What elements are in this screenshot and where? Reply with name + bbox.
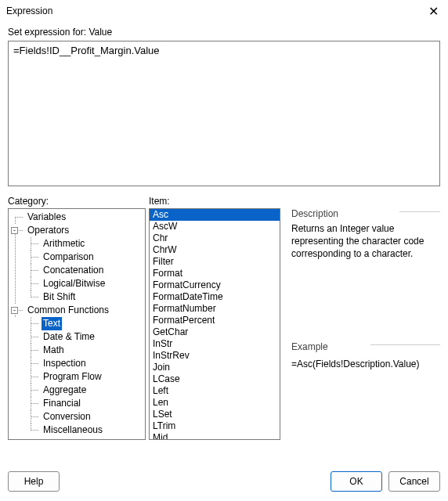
list-item[interactable]: Len bbox=[150, 397, 280, 409]
list-item[interactable]: Format bbox=[150, 268, 280, 279]
tree-node[interactable]: Inspection bbox=[31, 357, 145, 370]
list-item[interactable]: LCase bbox=[150, 373, 280, 385]
expression-input[interactable] bbox=[8, 41, 440, 186]
info-pane: Description Returns an Integer value rep… bbox=[291, 208, 440, 440]
tree-node-label[interactable]: Operators bbox=[26, 224, 70, 237]
list-item[interactable]: FormatNumber bbox=[150, 303, 280, 315]
tree-node-label[interactable]: Aggregate bbox=[42, 384, 88, 397]
tree-node[interactable]: Bit Shift bbox=[31, 290, 145, 304]
tree-node[interactable]: Text bbox=[31, 317, 145, 330]
list-item[interactable]: Asc bbox=[150, 209, 280, 221]
button-bar: Help OK Cancel bbox=[0, 463, 448, 501]
list-item[interactable]: Filter bbox=[150, 256, 280, 268]
tree-node-label[interactable]: Program Flow bbox=[42, 370, 103, 384]
content-area: Set expression for: Value Category: Item… bbox=[0, 22, 448, 463]
tree-node[interactable]: Comparison bbox=[31, 250, 145, 264]
tree-node-label[interactable]: Inspection bbox=[42, 357, 88, 370]
tree-node[interactable]: Financial bbox=[31, 397, 145, 410]
list-item[interactable]: LTrim bbox=[150, 420, 280, 432]
tree-node-label[interactable]: Date & Time bbox=[42, 330, 96, 344]
list-item[interactable]: Left bbox=[150, 385, 280, 397]
cancel-button[interactable]: Cancel bbox=[388, 471, 440, 492]
list-item[interactable]: AscW bbox=[150, 221, 280, 232]
item-label: Item: bbox=[149, 196, 170, 207]
list-item[interactable]: Join bbox=[150, 362, 280, 373]
list-item[interactable]: FormatDateTime bbox=[150, 291, 280, 303]
list-item[interactable]: LSet bbox=[150, 409, 280, 420]
list-item[interactable]: Mid bbox=[150, 432, 280, 440]
tree-node-label[interactable]: Text bbox=[42, 317, 62, 330]
tree-node[interactable]: Concatenation bbox=[31, 264, 145, 277]
set-expression-label: Set expression for: Value bbox=[8, 27, 440, 38]
tree-node-label[interactable]: Logical/Bitwise bbox=[42, 277, 107, 290]
list-item[interactable]: InStrRev bbox=[150, 350, 280, 362]
list-item[interactable]: ChrW bbox=[150, 244, 280, 256]
collapse-icon[interactable]: - bbox=[11, 307, 18, 314]
tree-node-label[interactable]: Miscellaneous bbox=[42, 424, 104, 437]
description-heading: Description bbox=[291, 208, 338, 222]
tree-node[interactable]: Program Flow bbox=[31, 370, 145, 384]
tree-node-label[interactable]: Arithmetic bbox=[42, 237, 86, 250]
tree-node-label[interactable]: Bit Shift bbox=[42, 290, 77, 304]
tree-node-label[interactable]: Concatenation bbox=[42, 264, 105, 277]
window-title: Expression bbox=[6, 5, 52, 16]
tree-node[interactable]: Date & Time bbox=[31, 330, 145, 344]
example-text: =Asc(Fields!Description.Value) bbox=[291, 355, 440, 369]
collapse-icon[interactable]: - bbox=[11, 227, 18, 234]
column-labels: Category: Item: bbox=[8, 196, 440, 207]
tree-node[interactable]: Logical/Bitwise bbox=[31, 277, 145, 290]
tree-node-label[interactable]: Common Functions bbox=[26, 304, 110, 317]
list-item[interactable]: FormatCurrency bbox=[150, 279, 280, 291]
tree-node[interactable]: Aggregate bbox=[31, 384, 145, 397]
ok-button[interactable]: OK bbox=[331, 471, 382, 492]
expression-dialog: Expression ✕ Set expression for: Value C… bbox=[0, 0, 448, 501]
category-label: Category: bbox=[8, 196, 149, 207]
tree-node[interactable]: Conversion bbox=[31, 410, 145, 424]
category-tree[interactable]: Variables-OperatorsArithmeticComparisonC… bbox=[8, 208, 146, 440]
list-item[interactable]: GetChar bbox=[150, 326, 280, 338]
list-item[interactable]: InStr bbox=[150, 338, 280, 350]
tree-node-variables[interactable]: Variables bbox=[15, 211, 145, 224]
help-button[interactable]: Help bbox=[8, 471, 60, 492]
tree-node[interactable]: Math bbox=[31, 344, 145, 357]
item-list[interactable]: AscAscWChrChrWFilterFormatFormatCurrency… bbox=[149, 208, 280, 440]
list-item[interactable]: FormatPercent bbox=[150, 315, 280, 326]
description-text: Returns an Integer value representing th… bbox=[291, 222, 440, 268]
tree-node[interactable]: Arithmetic bbox=[31, 237, 145, 250]
middle-panes: Variables-OperatorsArithmeticComparisonC… bbox=[8, 208, 440, 440]
tree-node[interactable]: Miscellaneous bbox=[31, 424, 145, 437]
list-item[interactable]: Chr bbox=[150, 232, 280, 244]
close-icon[interactable]: ✕ bbox=[425, 4, 442, 19]
set-expression-prefix: Set expression for: bbox=[8, 27, 89, 38]
tree-node-label[interactable]: Conversion bbox=[42, 410, 92, 424]
tree-node-label[interactable]: Math bbox=[42, 344, 66, 357]
tree-node-label[interactable]: Comparison bbox=[42, 250, 96, 264]
titlebar: Expression ✕ bbox=[0, 0, 448, 22]
example-heading: Example bbox=[291, 341, 328, 355]
set-expression-target: Value bbox=[89, 27, 112, 38]
tree-node-label[interactable]: Financial bbox=[42, 397, 82, 410]
tree-node[interactable]: -OperatorsArithmeticComparisonConcatenat… bbox=[15, 224, 145, 304]
tree-node[interactable]: -Common FunctionsTextDate & TimeMathInsp… bbox=[15, 304, 145, 437]
